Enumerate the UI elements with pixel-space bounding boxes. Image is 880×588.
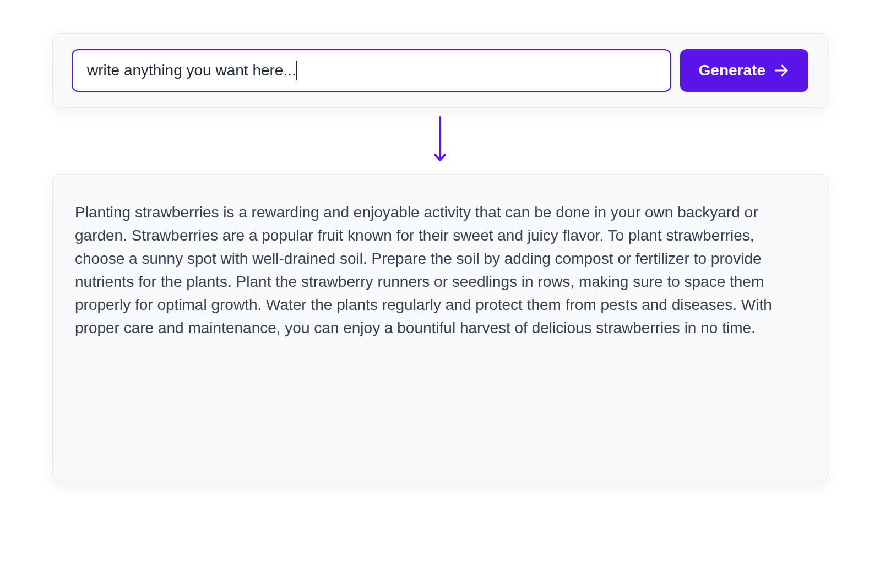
prompt-input-value: write anything you want here...: [87, 62, 296, 79]
prompt-input[interactable]: write anything you want here...: [72, 49, 671, 92]
output-panel: Planting strawberries is a rewarding and…: [52, 174, 828, 482]
arrow-down-icon: [432, 115, 448, 167]
generate-button[interactable]: Generate: [680, 49, 808, 92]
text-cursor: [296, 61, 297, 80]
generate-button-label: Generate: [699, 62, 765, 79]
output-text: Planting strawberries is a rewarding and…: [75, 201, 805, 340]
arrow-right-icon: [773, 62, 790, 79]
input-panel: write anything you want here... Generate: [52, 33, 828, 108]
arrow-connector: [52, 108, 828, 174]
